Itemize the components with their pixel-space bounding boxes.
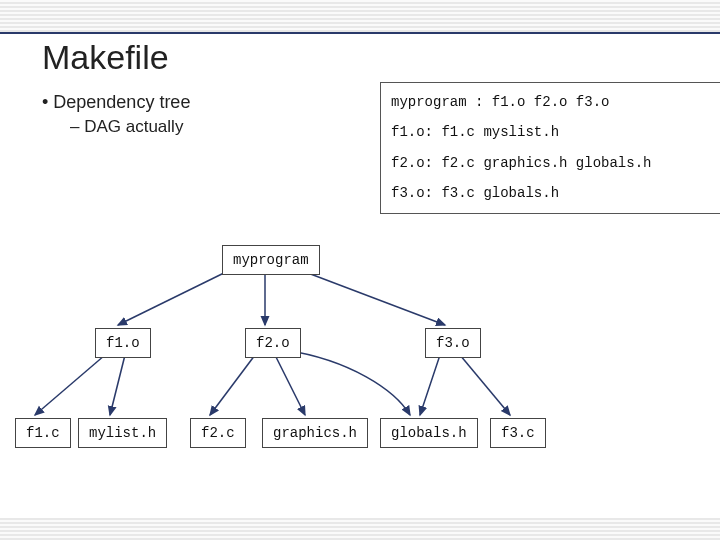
makefile-code: myprogram : f1.o f2.o f3.o f1.o: f1.c my…: [380, 82, 720, 214]
svg-line-5: [110, 355, 125, 415]
svg-line-8: [420, 355, 440, 415]
dag-edges: [0, 240, 720, 500]
node-f1o: f1.o: [95, 328, 151, 358]
bullet-list: • Dependency tree – DAG actually: [42, 92, 190, 137]
header-band: [0, 0, 720, 32]
node-f3c: f3.c: [490, 418, 546, 448]
node-graphics: graphics.h: [262, 418, 368, 448]
node-f1c: f1.c: [15, 418, 71, 448]
svg-line-1: [118, 270, 230, 325]
dependency-dag: myprogram f1.o f2.o f3.o f1.c mylist.h f…: [0, 240, 720, 500]
footer-band: [0, 518, 720, 540]
svg-line-7: [275, 355, 305, 415]
svg-line-4: [35, 355, 105, 415]
code-line-3: f2.o: f2.c graphics.h globals.h: [391, 152, 711, 174]
node-f2o: f2.o: [245, 328, 301, 358]
header-line: [0, 32, 720, 34]
node-f2c: f2.c: [190, 418, 246, 448]
node-f3o: f3.o: [425, 328, 481, 358]
page-title: Makefile: [42, 38, 169, 77]
node-globals: globals.h: [380, 418, 478, 448]
node-mylist: mylist.h: [78, 418, 167, 448]
svg-line-9: [460, 355, 510, 415]
svg-line-6: [210, 355, 255, 415]
svg-line-3: [300, 270, 445, 325]
bullet-1: • Dependency tree: [42, 92, 190, 113]
code-line-1: myprogram : f1.o f2.o f3.o: [391, 91, 711, 113]
bullet-2: – DAG actually: [70, 117, 190, 137]
node-myprogram: myprogram: [222, 245, 320, 275]
slide: Makefile • Dependency tree – DAG actuall…: [0, 0, 720, 540]
code-line-2: f1.o: f1.c myslist.h: [391, 121, 711, 143]
code-line-4: f3.o: f3.c globals.h: [391, 182, 711, 204]
